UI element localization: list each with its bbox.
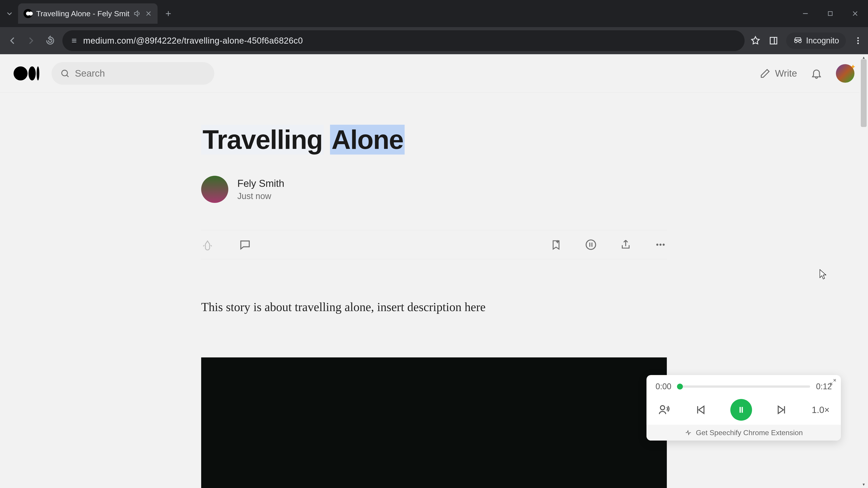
address-bar[interactable]: medium.com/@89f4222e/travelling-alone-45… (62, 30, 745, 51)
author-avatar[interactable] (201, 176, 228, 203)
svg-point-3 (857, 40, 859, 41)
svg-point-4 (857, 42, 859, 44)
medium-logo[interactable] (13, 66, 39, 80)
publish-time: Just now (237, 191, 284, 201)
tab-title: Travelling Alone - Fely Smit (36, 9, 129, 18)
tab-close-icon[interactable] (145, 10, 152, 17)
player-prev-icon[interactable] (694, 403, 707, 416)
comment-icon[interactable] (239, 238, 251, 251)
browser-tab-active[interactable]: Travelling Alone - Fely Smit (18, 3, 158, 24)
scroll-down-icon[interactable]: ▼ (861, 482, 867, 488)
bookmark-add-icon[interactable] (550, 239, 562, 251)
author-byline: Fely Smith Just now (201, 176, 667, 203)
svg-point-2 (857, 37, 859, 39)
more-icon[interactable] (654, 238, 667, 251)
audio-player: 0:00 0:12 1.0× Get Speechify Chrome Exte… (647, 375, 841, 441)
svg-point-9 (662, 243, 664, 246)
side-panel-icon[interactable] (769, 36, 778, 46)
write-label: Write (775, 68, 797, 79)
player-voice-icon[interactable] (658, 403, 671, 416)
page-scrollbar[interactable]: ▲ ▼ (860, 54, 868, 488)
player-pause-button[interactable] (730, 399, 752, 421)
player-next-icon[interactable] (776, 403, 788, 416)
pause-circle-icon[interactable] (585, 238, 597, 251)
url-text: medium.com/@89f4222e/travelling-alone-45… (83, 36, 303, 46)
user-avatar[interactable] (836, 64, 855, 83)
incognito-icon (793, 36, 803, 46)
site-header: Write (0, 54, 868, 93)
player-speed[interactable]: 1.0× (812, 405, 830, 415)
svg-rect-1 (770, 37, 777, 44)
share-icon[interactable] (620, 239, 631, 251)
player-collapse-icon[interactable] (829, 378, 837, 386)
nav-reload[interactable] (43, 34, 57, 47)
scrollbar-thumb[interactable] (861, 59, 867, 127)
incognito-label: Incognito (806, 36, 839, 45)
article: Travelling Alone Fely Smith Just now Thi… (201, 93, 667, 488)
player-elapsed: 0:00 (655, 382, 671, 391)
window-close[interactable] (849, 8, 861, 19)
window-controls (800, 8, 865, 19)
window-maximize[interactable] (825, 8, 836, 19)
chevron-down-icon (5, 9, 14, 18)
svg-point-6 (586, 240, 596, 250)
article-paragraph: This story is about travelling alone, in… (201, 298, 667, 317)
bookmark-star-icon[interactable] (750, 35, 761, 46)
title-word-1: Travelling (201, 125, 324, 155)
title-word-2-highlighted: Alone (330, 125, 405, 155)
svg-point-8 (659, 243, 661, 246)
nav-forward[interactable] (24, 34, 38, 47)
incognito-indicator[interactable]: Incognito (786, 33, 846, 49)
article-action-bar (201, 230, 667, 259)
write-button[interactable]: Write (759, 68, 797, 79)
clap-icon[interactable] (201, 238, 214, 251)
notifications-icon[interactable] (811, 68, 822, 79)
new-tab-button[interactable]: + (162, 7, 175, 20)
favicon-icon (24, 9, 33, 18)
player-seek-thumb[interactable] (677, 384, 683, 390)
tab-audio-icon[interactable] (133, 9, 141, 18)
player-promo[interactable]: Get Speechify Chrome Extension (647, 425, 841, 441)
page-content: Write Travelling Alone Fely Smith Just n… (0, 54, 868, 488)
browser-toolbar: medium.com/@89f4222e/travelling-alone-45… (0, 27, 868, 54)
player-promo-text: Get Speechify Chrome Extension (696, 429, 803, 437)
svg-rect-0 (828, 11, 832, 15)
speechify-icon (684, 429, 692, 436)
tab-search-dropdown[interactable] (3, 7, 16, 20)
svg-point-7 (656, 243, 658, 246)
mouse-cursor-icon (819, 269, 827, 280)
window-minimize[interactable] (800, 8, 811, 19)
svg-point-10 (660, 405, 665, 410)
search-box[interactable] (52, 62, 214, 85)
browser-tab-strip: Travelling Alone - Fely Smit + (0, 0, 868, 27)
article-hero-image (201, 357, 667, 488)
search-icon (60, 68, 70, 79)
author-name[interactable]: Fely Smith (237, 178, 284, 189)
article-title: Travelling Alone (201, 124, 405, 156)
browser-menu-icon[interactable] (854, 36, 863, 45)
site-settings-icon[interactable] (70, 36, 79, 45)
player-seek-track[interactable] (677, 385, 810, 388)
write-icon (759, 68, 771, 79)
nav-back[interactable] (5, 34, 19, 47)
search-input[interactable] (75, 68, 206, 79)
